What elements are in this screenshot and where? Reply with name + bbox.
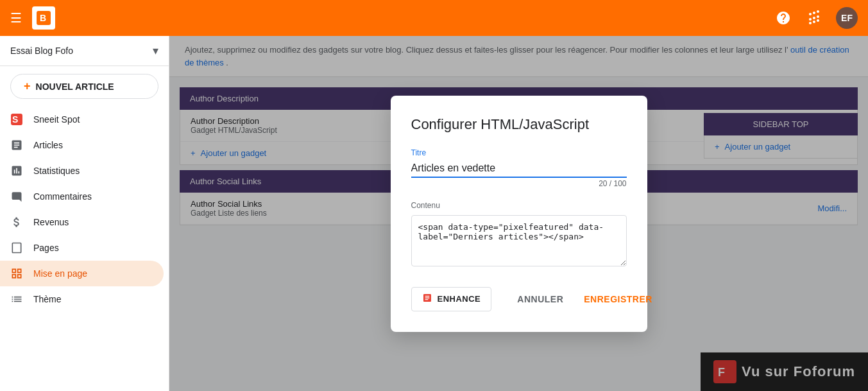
- svg-text:B: B: [40, 13, 46, 23]
- sidebar-item-label: Statistiques: [33, 166, 80, 176]
- articles-icon: [10, 139, 23, 152]
- enhance-label: ENHANCE: [438, 294, 481, 304]
- topnav-icons: EF: [774, 7, 858, 29]
- pages-icon: [10, 241, 23, 254]
- plus-icon: +: [24, 80, 31, 93]
- sidebar-item-label: Sneeit Spot: [33, 114, 80, 125]
- content-textarea[interactable]: <span data-type="pixelfeatured" data-lab…: [411, 215, 627, 266]
- svg-text:S: S: [12, 114, 18, 125]
- sidebar-item-theme[interactable]: Thème: [0, 286, 164, 312]
- new-article-label: NOUVEL ARTICLE: [36, 82, 114, 92]
- topnav: ☰ B EF: [0, 0, 868, 36]
- sidebar-item-label: Revenus: [33, 217, 69, 227]
- blog-name: Essai Blog Fofo: [10, 46, 153, 56]
- title-input[interactable]: [411, 160, 627, 178]
- sidebar-item-label: Commentaires: [33, 191, 92, 202]
- sidebar-item-sneeit-spot[interactable]: S Sneeit Spot: [0, 107, 164, 132]
- sidebar-item-label: Mise en page: [33, 268, 87, 279]
- chevron-down-icon: ▾: [153, 44, 158, 58]
- modal-overlay: Configurer HTML/JavaScript Titre 20 / 10…: [169, 36, 868, 391]
- main-container: Essai Blog Fofo ▾ + NOUVEL ARTICLE S Sne…: [0, 36, 868, 391]
- char-count: 20 / 100: [411, 179, 627, 188]
- sidebar-item-commentaires[interactable]: Commentaires: [0, 184, 164, 209]
- comments-icon: [10, 190, 23, 203]
- sneeit-icon: S: [10, 113, 23, 126]
- sidebar-item-revenus[interactable]: Revenus: [0, 209, 164, 235]
- sidebar-item-pages[interactable]: Pages: [0, 235, 164, 261]
- sidebar-nav: S Sneeit Spot Articles: [0, 107, 169, 312]
- content-field-label: Contenu: [411, 201, 627, 210]
- new-article-button[interactable]: + NOUVEL ARTICLE: [10, 74, 158, 99]
- user-avatar[interactable]: EF: [836, 7, 858, 29]
- configure-modal: Configurer HTML/JavaScript Titre 20 / 10…: [391, 96, 647, 332]
- enhance-icon: [422, 293, 432, 306]
- save-button[interactable]: ENREGISTRER: [579, 289, 658, 309]
- sidebar: Essai Blog Fofo ▾ + NOUVEL ARTICLE S Sne…: [0, 36, 169, 391]
- sidebar-item-label: Thème: [33, 294, 62, 304]
- content-area: Ajoutez, supprimez ou modifiez des gadge…: [169, 36, 868, 391]
- help-icon[interactable]: [774, 9, 792, 27]
- blogger-logo: B: [32, 6, 55, 30]
- modal-actions: ENHANCE ANNULER ENREGISTRER: [411, 287, 627, 311]
- modal-title: Configurer HTML/JavaScript: [411, 116, 627, 133]
- sidebar-item-label: Articles: [33, 140, 63, 150]
- theme-icon: [10, 293, 23, 306]
- sidebar-item-label: Pages: [33, 243, 59, 253]
- revenus-icon: [10, 216, 23, 229]
- blogger-logo-inner: B: [37, 11, 51, 25]
- sidebar-item-statistiques[interactable]: Statistiques: [0, 158, 164, 184]
- cancel-button[interactable]: ANNULER: [512, 289, 568, 309]
- apps-icon[interactable]: [805, 9, 823, 27]
- title-field-label: Titre: [411, 148, 627, 157]
- hamburger-button[interactable]: ☰: [10, 10, 22, 26]
- blog-selector[interactable]: Essai Blog Fofo ▾: [0, 36, 169, 66]
- stats-icon: [10, 164, 23, 177]
- layout-icon: [10, 267, 23, 280]
- sidebar-item-articles[interactable]: Articles: [0, 132, 164, 158]
- sidebar-item-mise-en-page[interactable]: Mise en page: [0, 261, 164, 286]
- enhance-button[interactable]: ENHANCE: [411, 287, 492, 311]
